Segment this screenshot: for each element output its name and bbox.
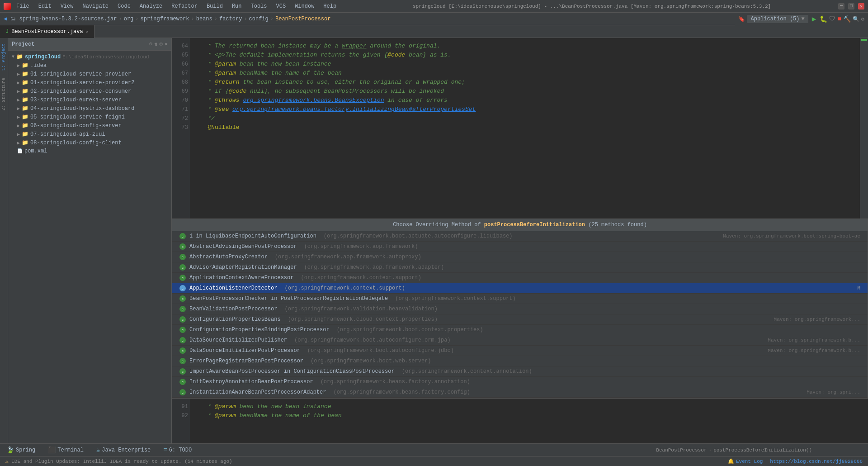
- maximize-button[interactable]: □: [848, 3, 854, 10]
- gutter-indicator: [861, 39, 867, 41]
- menu-run[interactable]: Run: [230, 2, 244, 10]
- menu-tools[interactable]: Tools: [249, 2, 269, 10]
- autocomplete-item-11[interactable]: c DataSourceInitializerPostProcessor (or…: [172, 346, 868, 356]
- item-name: AbstractAdvisingBeanPostProcessor: [189, 243, 297, 250]
- autocomplete-item-10[interactable]: c DataSourceInitializedPublisher (org.sp…: [172, 335, 868, 346]
- todo-tab[interactable]: ≡ 6: TODO: [160, 446, 194, 455]
- autocomplete-item-12[interactable]: c ErrorPageRegistrarBeanPostProcessor (o…: [172, 356, 868, 366]
- autocomplete-item-9[interactable]: c ConfigurationPropertiesBindingPostProc…: [172, 325, 868, 335]
- tree-item[interactable]: ▶ 📁 03-springcloud-eureka-server: [8, 95, 171, 104]
- autocomplete-item-14[interactable]: c InitDestroyAnnotationBeanPostProcessor…: [172, 377, 868, 387]
- tree-root[interactable]: ▼ 📁 springcloud E:\ideaStorehouse\spring…: [8, 52, 171, 61]
- autocomplete-item-15[interactable]: c InstantiationAwareBeanPostProcessorAda…: [172, 387, 868, 398]
- minimize-button[interactable]: ─: [838, 3, 844, 10]
- tree-item[interactable]: ▶ 📁 07-springcloud-api-zuul: [8, 130, 171, 138]
- search-everywhere-icon[interactable]: 🔍: [853, 16, 859, 23]
- csdn-url[interactable]: https://blog.csdn.net/jj8929666: [770, 459, 863, 464]
- tree-item[interactable]: ▶ 📁 01-springcloud-service-provider2: [8, 78, 171, 87]
- autocomplete-item-13[interactable]: c ImportAwareBeanPostProcessor in Config…: [172, 366, 868, 377]
- menu-vcs[interactable]: VCS: [274, 2, 288, 10]
- item-name: ConfigurationPropertiesBindingPostProces…: [189, 327, 330, 333]
- menu-file[interactable]: File: [14, 2, 31, 10]
- breadcrumb-method-item[interactable]: postProcessBeforeInitialization(): [713, 447, 812, 453]
- tree-item-label: 03-springcloud-eureka-server: [30, 97, 122, 103]
- run-button[interactable]: ▶: [810, 14, 818, 24]
- breadcrumb-class-item[interactable]: BeanPostProcessor: [656, 447, 707, 453]
- autocomplete-item-1[interactable]: c AbstractAdvisingBeanPostProcessor (org…: [172, 242, 868, 252]
- spring-icon: 🍃: [6, 446, 14, 454]
- stop-button[interactable]: ■: [837, 15, 841, 23]
- close-panel-icon[interactable]: ✕: [165, 41, 168, 48]
- tree-item[interactable]: ▶ 📁 .idea: [8, 61, 171, 70]
- bottom-tabs: 🍃 Spring ⬛ Terminal ☕ Java Enterprise ≡ …: [0, 443, 868, 456]
- bottom-code-section: 91 92 * @param bean the new bean instanc…: [172, 398, 868, 443]
- breadcrumb-org[interactable]: org: [124, 16, 134, 22]
- expand-icon[interactable]: ⇅: [154, 41, 157, 48]
- item-icon: c: [179, 389, 186, 395]
- status-message: ⚠ IDE and Plugin Updates: IntelliJ IDEA …: [5, 458, 721, 464]
- collapse-icon: ▶: [17, 89, 20, 94]
- menu-navigate[interactable]: Navigate: [80, 2, 110, 10]
- breadcrumb-springframework[interactable]: springframework: [141, 16, 189, 22]
- run-configuration-dropdown[interactable]: Application (5) ▼: [747, 15, 808, 23]
- close-button[interactable]: ✕: [858, 3, 864, 10]
- editor-gutter: [860, 38, 868, 219]
- code-line-64: * The returned bean instance may be a wr…: [197, 42, 853, 51]
- settings-cog-icon[interactable]: ⚙: [160, 41, 163, 48]
- menu-view[interactable]: View: [59, 2, 75, 10]
- nav-back-icon[interactable]: ◀: [4, 15, 7, 22]
- collapse-icon: ▶: [17, 114, 20, 120]
- item-icon: c: [179, 254, 186, 260]
- build-button[interactable]: 🔨: [843, 15, 851, 23]
- autocomplete-item-3[interactable]: c AdvisorAdapterRegistrationManager (org…: [172, 262, 868, 273]
- menu-code[interactable]: Code: [116, 2, 132, 10]
- structure-view-icon[interactable]: Z: Structure: [0, 76, 7, 112]
- menu-window[interactable]: Window: [293, 2, 316, 10]
- autocomplete-list[interactable]: c 1 in LiquibaseEndpointAutoConfiguratio…: [172, 231, 868, 398]
- breadcrumb-factory[interactable]: factory: [219, 16, 242, 22]
- code-area[interactable]: * The returned bean instance may be a wr…: [190, 38, 860, 219]
- tree-item[interactable]: ▶ 📁 02-springcloud-service-consumer: [8, 87, 171, 95]
- menu-edit[interactable]: Edit: [37, 2, 53, 10]
- menu-analyze[interactable]: Analyze: [138, 2, 164, 10]
- tree-item[interactable]: ▶ 📁 04-springcloud-hystrix-dashboard: [8, 104, 171, 113]
- menu-build[interactable]: Build: [205, 2, 225, 10]
- event-log-button[interactable]: 🔔 Event Log: [728, 458, 763, 464]
- settings-icon[interactable]: ⚙: [861, 16, 864, 23]
- terminal-tab[interactable]: ⬛ Terminal: [45, 445, 86, 455]
- autocomplete-item-0[interactable]: c 1 in LiquibaseEndpointAutoConfiguratio…: [172, 231, 868, 242]
- spring-tab[interactable]: 🍃 Spring: [4, 445, 38, 455]
- code-line-73: @Nullable: [197, 123, 853, 132]
- event-log-icon: 🔔: [728, 458, 734, 464]
- menu-refactor[interactable]: Refactor: [170, 2, 199, 10]
- autocomplete-header: Choose Overriding Method of postProcessB…: [172, 219, 868, 231]
- tree-item[interactable]: ▶ 📁 01-springcloud-service-provider: [8, 70, 171, 78]
- breadcrumb-jar[interactable]: 🗂 spring-beans-5.3.2-sources.jar: [10, 15, 117, 22]
- line-num: 68: [174, 78, 188, 87]
- breadcrumb-beans[interactable]: beans: [196, 16, 212, 22]
- item-pkg: (org.springframework.boot.autoconfigure.…: [307, 347, 454, 354]
- java-enterprise-tab[interactable]: ☕ Java Enterprise: [94, 445, 153, 455]
- autocomplete-item-6[interactable]: c BeanPostProcessorChecker in PostProces…: [172, 294, 868, 304]
- project-view-icon[interactable]: 1: Project: [0, 42, 7, 72]
- debug-button[interactable]: 🐛: [820, 15, 827, 23]
- scope-icon[interactable]: ⊙: [149, 41, 152, 48]
- autocomplete-item-2[interactable]: c AbstractAutoProxyCreator (org.springfr…: [172, 252, 868, 262]
- autocomplete-item-7[interactable]: c BeanValidationPostProcessor (org.sprin…: [172, 304, 868, 314]
- tree-item[interactable]: ▶ 📁 08-springcloud-config-client: [8, 138, 171, 147]
- autocomplete-item-8[interactable]: c ConfigurationPropertiesBeans (org.spri…: [172, 314, 868, 325]
- breadcrumb-config[interactable]: config: [249, 16, 269, 22]
- bottom-code-area[interactable]: * @param bean the new bean instance * @p…: [190, 399, 868, 443]
- tab-close-button[interactable]: ✕: [86, 29, 89, 34]
- breadcrumb-class[interactable]: BeanPostProcessor: [275, 16, 330, 22]
- autocomplete-item-5[interactable]: c ApplicationListenerDetector (org.sprin…: [172, 283, 868, 294]
- code-line-69: * if {@code null}, no subsequent BeanPos…: [197, 87, 853, 96]
- tree-item[interactable]: ▶ 📁 06-springcloud-config-server: [8, 121, 171, 130]
- tree-item[interactable]: ▶ 📁 05-springcloud-service-feign1: [8, 113, 171, 121]
- coverage-button[interactable]: 🛡: [829, 15, 835, 23]
- bookmark-icon[interactable]: 🔖: [738, 16, 745, 23]
- menu-help[interactable]: Help: [321, 2, 338, 10]
- editor-tab[interactable]: J BeanPostProcessor.java ✕: [0, 25, 94, 38]
- autocomplete-item-4[interactable]: c ApplicationContextAwareProcessor (org.…: [172, 273, 868, 283]
- tree-item[interactable]: 📄 pom.xml: [8, 147, 171, 155]
